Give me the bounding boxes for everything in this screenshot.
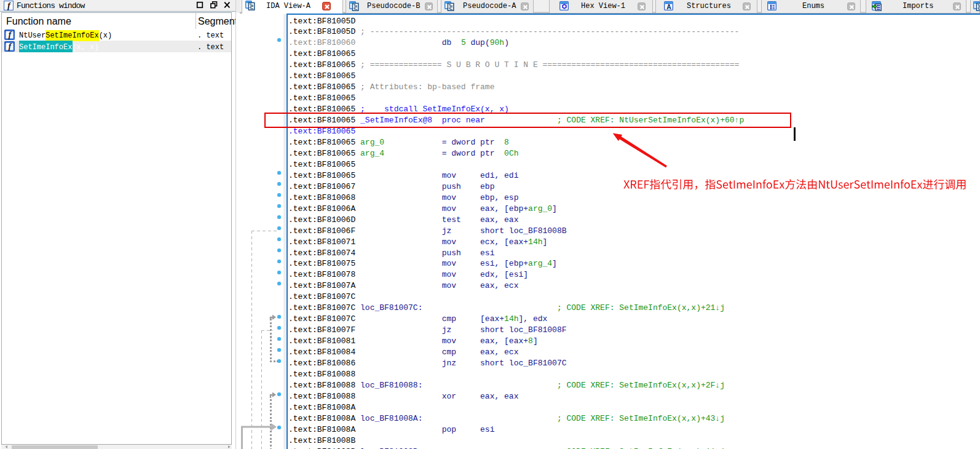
svg-text:A: A	[666, 3, 671, 10]
